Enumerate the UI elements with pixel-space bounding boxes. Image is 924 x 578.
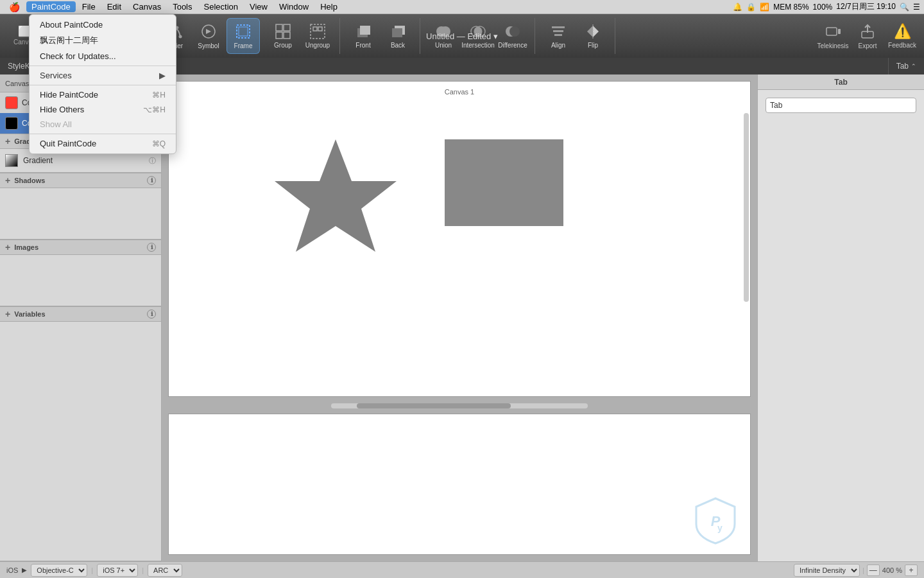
file-menu[interactable]: File (77, 1, 101, 12)
gradients-add-icon[interactable]: + (5, 136, 10, 146)
battery-label: 100% (813, 3, 833, 12)
arc-select[interactable]: ARC (148, 564, 182, 577)
scrollbar-horizontal[interactable] (331, 403, 588, 408)
version-separator: | (91, 566, 93, 574)
menu-show-all[interactable]: Show All (30, 117, 176, 132)
paintcode-dropdown-menu: About PaintCode 飘云阁十二周年 Check for Update… (29, 14, 176, 154)
version-select[interactable]: iOS 7+ (97, 564, 138, 577)
frame-button[interactable]: Frame (227, 18, 260, 54)
paintcode-menu[interactable]: PaintCode (26, 1, 76, 12)
canvas-area: Canvas 1 (162, 74, 757, 561)
density-separator: | (862, 566, 864, 574)
group-icon (275, 23, 291, 40)
align-button[interactable]: Align (542, 18, 575, 54)
images-label: Images (14, 243, 38, 251)
front-button[interactable]: Front (346, 18, 380, 54)
canvas-main[interactable]: Canvas 1 (168, 81, 751, 397)
menu-services[interactable]: Services ▶ (30, 68, 176, 83)
canvas-bottom[interactable]: P y (168, 414, 751, 555)
tab-right-label: Tab ⌃ (888, 58, 924, 74)
difference-icon (504, 23, 521, 40)
svg-rect-26 (552, 26, 565, 28)
density-group: Infinite Density | — 400 % + (794, 564, 918, 577)
ungroup-icon (309, 23, 326, 40)
star-polygon (275, 139, 397, 252)
search-icon[interactable]: 🔍 (900, 3, 909, 12)
svg-rect-15 (318, 27, 322, 31)
images-info-icon[interactable]: ℹ (147, 243, 156, 252)
services-arrow-icon: ▶ (159, 71, 166, 80)
flip-label: Flip (588, 42, 598, 49)
toolbar-align-group: Align Flip (539, 18, 615, 54)
bottom-bar: iOS ▶ Objective-C Swift | iOS 7+ | ARC I… (0, 561, 924, 578)
shapes-container (169, 82, 750, 396)
variables-section-header: + Variables ℹ (0, 306, 161, 322)
svg-rect-9 (276, 24, 282, 31)
svg-rect-12 (284, 32, 290, 39)
zoom-in-button[interactable]: + (905, 565, 918, 576)
back-button[interactable]: Back (381, 18, 415, 54)
shadows-add-icon[interactable]: + (5, 175, 10, 186)
symbol-button[interactable]: Symbol (192, 18, 225, 54)
menu-hide-others[interactable]: Hide Others ⌥⌘H (30, 102, 176, 117)
menubar: 🍎 PaintCode File Edit Canvas Tools Selec… (0, 0, 924, 14)
density-select[interactable]: Infinite Density (794, 564, 860, 577)
selection-menu[interactable]: Selection (199, 1, 243, 12)
feedback-button[interactable]: ⚠️ Feedback (886, 18, 919, 54)
color-swatch-black (5, 117, 18, 130)
telekinesis-icon (824, 22, 842, 40)
images-content (0, 255, 161, 306)
lock-icon: 🔒 (746, 3, 756, 12)
flip-icon (585, 23, 601, 40)
variables-label: Variables (14, 310, 45, 318)
variables-info-icon[interactable]: ℹ (147, 310, 156, 319)
svg-rect-10 (284, 24, 290, 31)
telekinesis-button[interactable]: Telekinesis (816, 18, 850, 54)
help-menu[interactable]: Help (315, 1, 343, 12)
gradient-item[interactable]: Gradient ⓘ (0, 152, 161, 170)
shadows-content (0, 188, 161, 240)
edit-menu[interactable]: Edit (102, 1, 126, 12)
menu-quit[interactable]: Quit PaintCode ⌘Q (30, 136, 176, 151)
difference-label: Difference (498, 42, 527, 49)
images-add-icon[interactable]: + (5, 242, 10, 252)
arc-separator: | (142, 566, 144, 574)
export-button[interactable]: Export (851, 18, 884, 54)
symbol-label: Symbol (198, 42, 219, 49)
view-menu[interactable]: View (244, 1, 273, 12)
shadows-info-icon[interactable]: ℹ (147, 176, 156, 185)
flip-button[interactable]: Flip (576, 18, 610, 54)
shadows-label: Shadows (14, 177, 45, 184)
menu-quit-shortcut: ⌘Q (152, 139, 166, 148)
menu-about[interactable]: About PaintCode (30, 17, 176, 32)
menu-check-updates[interactable]: Check for Updates... (30, 49, 176, 64)
front-icon (355, 23, 372, 40)
zoom-out-button[interactable]: — (867, 565, 880, 576)
tab-name-input[interactable] (766, 98, 916, 113)
tab-chevron-icon: ⌃ (911, 63, 916, 69)
wifi-icon: 📶 (760, 3, 769, 12)
toolbar-group-ops: Group Ungroup (264, 18, 340, 54)
difference-button[interactable]: Difference (496, 18, 529, 54)
tools-menu[interactable]: Tools (167, 1, 197, 12)
menu-chinese[interactable]: 飘云阁十二周年 (30, 32, 176, 49)
list-icon[interactable]: ☰ (913, 3, 920, 12)
menu-hide-paintcode[interactable]: Hide PaintCode ⌘H (30, 87, 176, 102)
group-button[interactable]: Group (266, 18, 300, 54)
canvas-menu[interactable]: Canvas (128, 1, 166, 12)
window-menu[interactable]: Window (274, 1, 314, 12)
scrollbar-vertical[interactable] (744, 113, 749, 302)
svg-rect-14 (313, 27, 317, 31)
svg-rect-28 (554, 34, 562, 36)
apple-menu-icon[interactable]: 🍎 (4, 1, 25, 13)
svg-rect-17 (360, 26, 370, 35)
language-select[interactable]: Objective-C Swift (31, 564, 87, 577)
rect-shape[interactable] (445, 139, 563, 226)
star-shape[interactable] (271, 133, 400, 261)
variables-add-icon[interactable]: + (5, 309, 10, 319)
intersection-label: Intersection (461, 42, 495, 49)
ungroup-label: Ungroup (305, 42, 330, 49)
watermark-shield: P y (693, 495, 738, 547)
ungroup-button[interactable]: Ungroup (301, 18, 334, 54)
shadows-section-header: + Shadows ℹ (0, 173, 161, 188)
